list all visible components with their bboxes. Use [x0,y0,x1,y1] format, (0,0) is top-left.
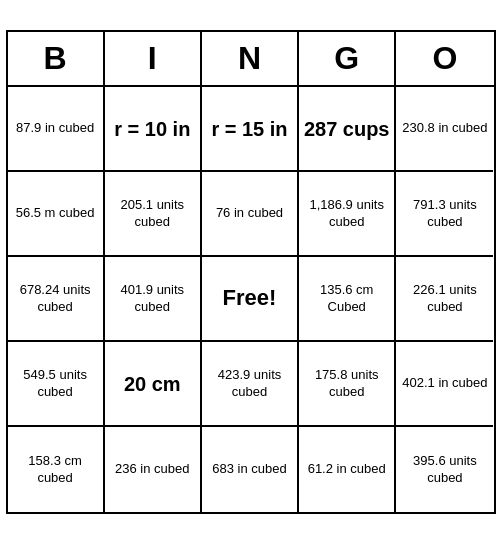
bingo-cell-4: 230.8 in cubed [396,87,493,172]
header-letter-i: I [105,32,202,85]
bingo-header: BINGO [8,32,494,87]
header-letter-b: B [8,32,105,85]
bingo-grid: 87.9 in cubedr = 10 inr = 15 in287 cups2… [8,87,494,512]
bingo-cell-22: 683 in cubed [202,427,299,512]
bingo-cell-10: 678.24 units cubed [8,257,105,342]
header-letter-o: O [396,32,493,85]
bingo-cell-7: 76 in cubed [202,172,299,257]
bingo-cell-0: 87.9 in cubed [8,87,105,172]
bingo-cell-20: 158.3 cm cubed [8,427,105,512]
bingo-cell-24: 395.6 units cubed [396,427,493,512]
bingo-cell-12: Free! [202,257,299,342]
header-letter-n: N [202,32,299,85]
bingo-cell-23: 61.2 in cubed [299,427,396,512]
bingo-cell-19: 402.1 in cubed [396,342,493,427]
bingo-cell-2: r = 15 in [202,87,299,172]
bingo-cell-8: 1,186.9 units cubed [299,172,396,257]
bingo-cell-1: r = 10 in [105,87,202,172]
bingo-cell-18: 175.8 units cubed [299,342,396,427]
bingo-cell-15: 549.5 units cubed [8,342,105,427]
bingo-card: BINGO 87.9 in cubedr = 10 inr = 15 in287… [6,30,496,514]
bingo-cell-21: 236 in cubed [105,427,202,512]
bingo-cell-9: 791.3 units cubed [396,172,493,257]
bingo-cell-3: 287 cups [299,87,396,172]
bingo-cell-13: 135.6 cm Cubed [299,257,396,342]
bingo-cell-16: 20 cm [105,342,202,427]
bingo-cell-11: 401.9 units cubed [105,257,202,342]
bingo-cell-5: 56.5 m cubed [8,172,105,257]
bingo-cell-17: 423.9 units cubed [202,342,299,427]
bingo-cell-14: 226.1 units cubed [396,257,493,342]
bingo-cell-6: 205.1 units cubed [105,172,202,257]
header-letter-g: G [299,32,396,85]
